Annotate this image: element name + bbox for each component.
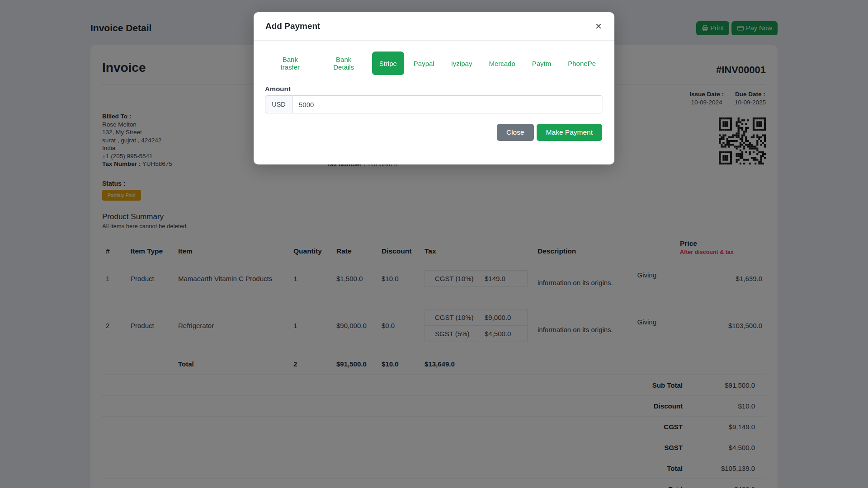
modal-footer: Close Make Payment: [254, 113, 614, 164]
modal-body: Bank trasfer Bank Details Stripe Paypal …: [254, 41, 614, 113]
amount-label: Amount: [265, 85, 603, 93]
tab-mercado[interactable]: Mercado: [481, 52, 522, 75]
tab-stripe[interactable]: Stripe: [372, 52, 404, 75]
close-button[interactable]: Close: [497, 124, 534, 141]
currency-prefix: USD: [265, 95, 292, 113]
modal-header: Add Payment ×: [254, 12, 614, 41]
amount-input[interactable]: [292, 95, 603, 113]
tab-phonepe[interactable]: PhonePe: [561, 52, 603, 75]
tab-paypal[interactable]: Paypal: [406, 52, 442, 75]
tab-paytm[interactable]: Paytm: [525, 52, 559, 75]
amount-input-group: USD: [265, 95, 603, 113]
tab-bank-transfer[interactable]: Bank trasfer: [265, 52, 316, 75]
tab-bank-details[interactable]: Bank Details: [318, 52, 370, 75]
make-payment-button[interactable]: Make Payment: [537, 124, 602, 141]
modal-title: Add Payment: [265, 21, 320, 31]
add-payment-modal: Add Payment × Bank trasfer Bank Details …: [254, 12, 614, 164]
payment-method-tabs: Bank trasfer Bank Details Stripe Paypal …: [265, 52, 603, 75]
close-icon[interactable]: ×: [594, 21, 603, 32]
tab-iyzipay[interactable]: Iyzipay: [444, 52, 480, 75]
